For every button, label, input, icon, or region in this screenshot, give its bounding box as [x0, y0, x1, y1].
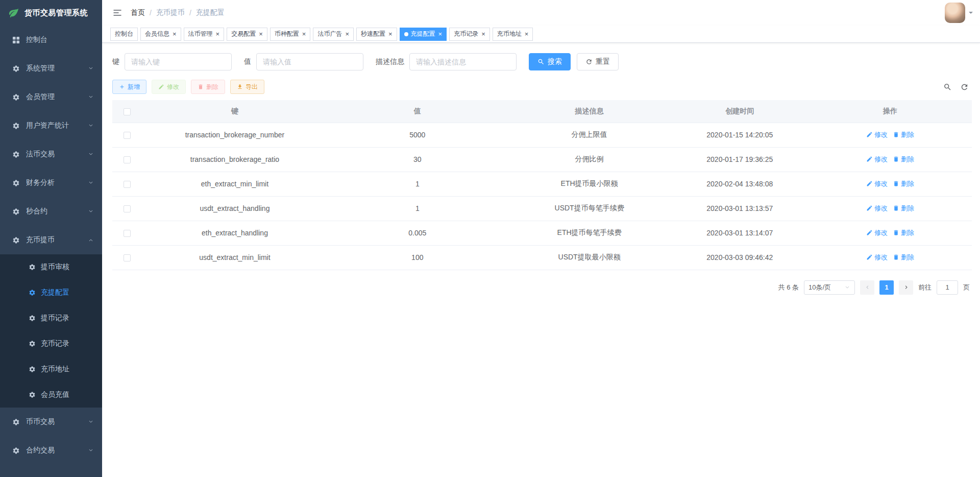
- search-button[interactable]: 搜索: [529, 53, 571, 70]
- search-toggle-icon[interactable]: [943, 83, 952, 91]
- row-checkbox[interactable]: [124, 181, 131, 188]
- tab-3[interactable]: 交易配置×: [227, 28, 267, 41]
- row-checkbox[interactable]: [124, 205, 131, 212]
- sidebar-item-3[interactable]: 用户资产统计: [0, 111, 102, 140]
- sidebar-subitem-1[interactable]: 充提配置: [0, 280, 102, 305]
- arrow-right-icon: [903, 284, 910, 291]
- page-button-1[interactable]: 1: [879, 280, 894, 295]
- sidebar-item-5[interactable]: 财务分析: [0, 169, 102, 197]
- delete-link[interactable]: 删除: [893, 204, 914, 213]
- tab-5[interactable]: 法币广告×: [313, 28, 354, 41]
- tab-9[interactable]: 充币地址×: [493, 28, 533, 41]
- breadcrumb-item-1: 充币提币: [156, 8, 185, 17]
- delete-link[interactable]: 删除: [893, 179, 914, 188]
- select-all-checkbox[interactable]: [124, 108, 131, 115]
- sidebar-subitem-2[interactable]: 提币记录: [0, 305, 102, 331]
- tab-4[interactable]: 币种配置×: [270, 28, 311, 41]
- gear-icon: [12, 122, 20, 130]
- user-menu[interactable]: [945, 3, 973, 23]
- tab-1[interactable]: 会员信息×: [140, 28, 181, 41]
- sidebar-subitem-3[interactable]: 充币记录: [0, 331, 102, 356]
- sidebar-item-1[interactable]: 系统管理: [0, 54, 102, 83]
- sidebar-item-0[interactable]: 控制台: [0, 26, 102, 54]
- row-checkbox[interactable]: [124, 132, 131, 139]
- edit-link[interactable]: 修改: [866, 130, 888, 139]
- row-checkbox[interactable]: [124, 156, 131, 163]
- row-checkbox[interactable]: [124, 254, 131, 261]
- key-label: 键: [112, 57, 119, 66]
- cell-value: 5000: [327, 123, 508, 147]
- sidebar-item-6[interactable]: 秒合约: [0, 197, 102, 226]
- edit-icon: [866, 180, 873, 187]
- sidebar-subitem-4[interactable]: 充币地址: [0, 356, 102, 382]
- edit-button[interactable]: 修改: [152, 80, 186, 94]
- delete-button[interactable]: 删除: [191, 80, 225, 94]
- sidebar-item-8[interactable]: 币币交易: [0, 408, 102, 436]
- desc-label: 描述信息: [376, 57, 404, 66]
- tab-6[interactable]: 秒速配置×: [356, 28, 397, 41]
- cell-value: 0.005: [327, 221, 508, 245]
- desc-input[interactable]: [409, 53, 517, 70]
- delete-link[interactable]: 删除: [893, 228, 914, 237]
- sidebar-subitem-0[interactable]: 提币审核: [0, 254, 102, 280]
- goto-page-input[interactable]: [937, 280, 958, 295]
- tab-2[interactable]: 法币管理×: [184, 28, 225, 41]
- sidebar-item-7[interactable]: 充币提币: [0, 226, 102, 254]
- table-row: eth_extract_handling0.005ETH提币每笔手续费2020-…: [112, 221, 972, 245]
- row-checkbox[interactable]: [124, 230, 131, 237]
- edit-link[interactable]: 修改: [866, 228, 888, 237]
- tab-0[interactable]: 控制台: [110, 28, 138, 41]
- edit-link[interactable]: 修改: [866, 204, 888, 213]
- column-header-key: 键: [142, 100, 327, 123]
- sidebar-subitem-5[interactable]: 会员充值: [0, 382, 102, 408]
- tab-close-icon[interactable]: ×: [388, 31, 393, 37]
- edit-icon: [866, 131, 873, 138]
- value-input[interactable]: [256, 53, 363, 70]
- gear-icon: [12, 208, 20, 216]
- export-button[interactable]: 导出: [230, 80, 264, 94]
- delete-link[interactable]: 删除: [893, 155, 914, 164]
- tab-7[interactable]: 充提配置×: [400, 28, 447, 41]
- tab-close-icon[interactable]: ×: [259, 31, 263, 37]
- avatar[interactable]: [945, 3, 965, 23]
- refresh-list-icon[interactable]: [960, 83, 969, 91]
- tab-close-icon[interactable]: ×: [481, 31, 485, 37]
- edit-link[interactable]: 修改: [866, 179, 888, 188]
- tab-close-icon[interactable]: ×: [438, 31, 443, 37]
- cell-desc: ETH提币每笔手续费: [508, 221, 671, 245]
- edit-link[interactable]: 修改: [866, 253, 888, 262]
- tab-close-icon[interactable]: ×: [216, 31, 220, 37]
- tab-close-icon[interactable]: ×: [173, 31, 177, 37]
- cell-value: 1: [327, 172, 508, 196]
- cell-value: 30: [327, 147, 508, 172]
- tab-8[interactable]: 充币记录×: [449, 28, 490, 41]
- sidebar-item-9[interactable]: 合约交易: [0, 436, 102, 465]
- delete-link[interactable]: 删除: [893, 130, 914, 139]
- sidebar: 货币交易管理系统 控制台系统管理会员管理用户资产统计法币交易财务分析秒合约充币提…: [0, 0, 102, 477]
- cell-desc: ETH提币最小限额: [508, 172, 671, 196]
- chevron-down-icon: [88, 94, 94, 100]
- column-header-actions: 操作: [808, 100, 972, 123]
- sidebar-item-2[interactable]: 会员管理: [0, 83, 102, 111]
- table-row: usdt_extract_min_limit100USDT提取最小限额2020-…: [112, 245, 972, 270]
- breadcrumb-separator: /: [189, 9, 191, 17]
- column-header-desc: 描述信息: [508, 100, 671, 123]
- tab-close-icon[interactable]: ×: [525, 31, 529, 37]
- chevron-down-icon: [88, 419, 94, 425]
- sidebar-item-4[interactable]: 法币交易: [0, 140, 102, 169]
- tab-close-icon[interactable]: ×: [345, 31, 349, 37]
- value-label: 值: [244, 57, 251, 66]
- hamburger-icon[interactable]: [112, 8, 122, 18]
- prev-page-button[interactable]: [860, 280, 874, 295]
- edit-link[interactable]: 修改: [866, 155, 888, 164]
- page-size-select[interactable]: 10条/页: [804, 280, 855, 295]
- add-button[interactable]: 新增: [112, 80, 146, 94]
- delete-link[interactable]: 删除: [893, 253, 914, 262]
- delete-icon: [893, 254, 899, 260]
- reset-button[interactable]: 重置: [577, 53, 619, 70]
- tab-close-icon[interactable]: ×: [302, 31, 306, 37]
- cell-value: 1: [327, 196, 508, 221]
- next-page-button[interactable]: [899, 280, 913, 295]
- breadcrumb-item-0[interactable]: 首页: [131, 8, 145, 17]
- key-input[interactable]: [125, 53, 232, 70]
